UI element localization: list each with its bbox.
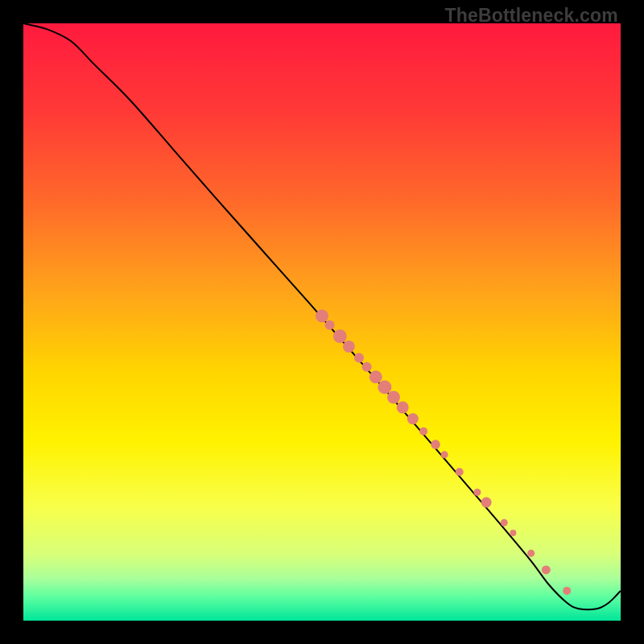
data-point [542,565,551,574]
data-point [441,451,448,458]
data-point [510,530,516,536]
data-point [431,440,440,449]
data-point [527,550,535,557]
data-point [378,380,391,394]
data-point [407,413,419,424]
data-point [456,468,464,476]
chart-svg [23,23,621,621]
data-point [333,329,347,343]
data-point [501,519,508,526]
data-point [397,402,409,414]
data-point [419,427,427,436]
outer-frame: TheBottleneck.com [0,0,644,644]
data-point [473,489,481,496]
data-points-group [316,310,571,595]
data-point [481,497,492,508]
data-point [362,362,372,372]
data-point [316,310,328,323]
data-point [325,320,335,330]
data-point [343,341,355,353]
data-point [563,587,571,595]
plot-area [23,23,621,621]
data-point [387,391,400,404]
data-point [354,353,364,363]
data-point [369,370,382,383]
